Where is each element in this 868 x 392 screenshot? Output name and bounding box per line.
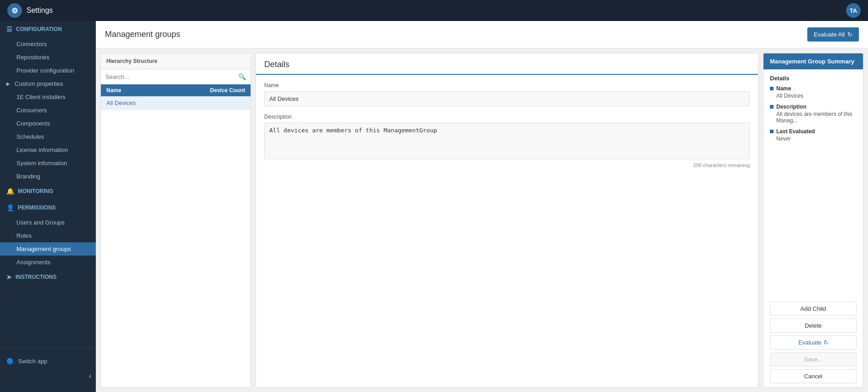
sidebar-item-users-and-groups[interactable]: Users and Groups [0,216,96,229]
app-logo: ⚙ [7,3,22,18]
expand-icon: ▶ [6,81,10,86]
sidebar-section-permissions[interactable]: 👤 Permissions [0,199,96,216]
name-bullet [770,87,774,90]
page-title: Management groups [105,30,180,39]
sidebar-section-instructions-label: Instructions [16,274,57,280]
summary-field-last-evaluated: Last Evaluated Never [770,128,857,142]
switch-app-button[interactable]: 🔵 Switch app [0,353,96,369]
sidebar-item-repositories[interactable]: Repositories [0,51,96,64]
sidebar-item-assignments[interactable]: Assignments [0,256,96,269]
monitoring-icon: 🔔 [6,188,14,195]
last-evaluated-bullet [770,130,774,133]
cancel-button[interactable]: Cancel [770,369,857,383]
sidebar: ☰ Configuration Connectors Repositories … [0,21,96,392]
summary-field-name: Name All Devices [770,85,857,99]
sidebar-item-schedules[interactable]: Schedules [0,130,96,143]
hierarchy-item-all-devices[interactable]: All Devices [101,96,251,110]
hierarchy-col-device-count: Device Count [204,87,245,94]
sidebar-section-configuration[interactable]: ☰ Configuration [0,21,96,37]
description-label: Description [264,114,750,120]
sidebar-item-components[interactable]: Components [0,117,96,130]
collapse-icon: ‹ [89,372,91,380]
search-icon[interactable]: 🔍 [238,73,246,80]
hierarchy-table-header: Name Device Count [101,84,251,96]
summary-panel: Management Group Summary Details Name Al… [763,53,863,387]
add-child-button[interactable]: Add Child [770,302,857,316]
summary-name-label: Name [770,85,857,92]
summary-name-value: All Devices [770,93,857,99]
panels: Hierarchy Structure 🔍 Name Device Count … [96,48,868,392]
sidebar-item-1e-client-installers[interactable]: 1E Client installers [0,90,96,104]
sidebar-item-branding[interactable]: Branding [0,170,96,183]
description-form-group: Description 208 characters remaining [264,114,750,168]
main-layout: ☰ Configuration Connectors Repositories … [0,21,868,392]
evaluate-button[interactable]: Evaluate ↻ [770,335,857,350]
name-input[interactable] [264,91,750,106]
details-header: Details [256,53,758,75]
summary-description-value: All devices are members of this Manag... [770,111,857,124]
summary-header: Management Group Summary [763,53,863,69]
sidebar-section-monitoring[interactable]: 🔔 Monitoring [0,183,96,199]
sidebar-section-instructions[interactable]: ➤ Instructions [0,269,96,285]
user-avatar[interactable]: TA [846,3,861,18]
evaluate-all-icon: ↻ [847,31,852,38]
name-label: Name [264,82,750,89]
hierarchy-item-name: All Devices [106,99,204,106]
content-area: Management groups Evaluate All ↻ Hierarc… [96,21,868,392]
hierarchy-header: Hierarchy Structure [101,53,251,69]
switch-app-icon: 🔵 [6,358,14,365]
sidebar-collapse-button[interactable]: ‹ [0,369,96,383]
topbar: ⚙ Settings TA [0,0,868,21]
hierarchy-col-name: Name [106,87,204,94]
description-textarea[interactable] [264,123,750,159]
save-button[interactable]: Save... [770,352,857,366]
sidebar-section-configuration-label: Configuration [16,26,62,32]
summary-buttons: Add Child Delete Evaluate ↻ Save... Canc… [763,298,863,387]
hierarchy-search-input[interactable] [105,73,235,80]
sidebar-item-management-groups[interactable]: Management groups [0,242,96,256]
permissions-icon: 👤 [6,204,14,211]
page-header: Management groups Evaluate All ↻ [96,21,868,48]
sidebar-item-license-information[interactable]: License information [0,143,96,157]
sidebar-item-system-information[interactable]: System information [0,157,96,170]
summary-description-label: Description [770,104,857,110]
summary-field-description: Description All devices are members of t… [770,104,857,124]
summary-body: Details Name All Devices Description [763,69,863,298]
app-title: Settings [26,6,53,15]
sidebar-item-roles[interactable]: Roles [0,229,96,242]
description-bullet [770,105,774,109]
sidebar-bottom: 🔵 Switch app ‹ [0,348,96,387]
sidebar-item-custom-properties[interactable]: ▶ Custom properties [0,77,96,90]
summary-last-evaluated-value: Never [770,136,857,142]
delete-button[interactable]: Delete [770,319,857,333]
hierarchy-search-container: 🔍 [101,69,251,84]
sidebar-section-permissions-label: Permissions [18,204,56,211]
evaluate-icon: ↻ [822,339,829,347]
chars-remaining: 208 characters remaining [264,162,750,168]
topbar-left: ⚙ Settings [7,3,53,18]
evaluate-all-label: Evaluate All [814,31,845,38]
sidebar-item-provider-configuration[interactable]: Provider configuration [0,64,96,77]
summary-section-title: Details [770,75,857,82]
configuration-icon: ☰ [6,26,12,33]
hierarchy-item-count [204,99,245,106]
name-form-group: Name [264,82,750,106]
sidebar-item-connectors[interactable]: Connectors [0,37,96,51]
sidebar-section-monitoring-label: Monitoring [18,188,53,194]
details-body: Name Description 208 characters remainin… [256,75,758,387]
summary-last-evaluated-label: Last Evaluated [770,128,857,135]
sidebar-item-consumers[interactable]: Consumers [0,104,96,117]
details-panel: Details Name Description 208 characters … [256,53,758,387]
hierarchy-items: All Devices [101,96,251,387]
evaluate-all-button[interactable]: Evaluate All ↻ [807,27,859,42]
instructions-icon: ➤ [6,273,12,281]
hierarchy-panel: Hierarchy Structure 🔍 Name Device Count … [100,53,251,387]
